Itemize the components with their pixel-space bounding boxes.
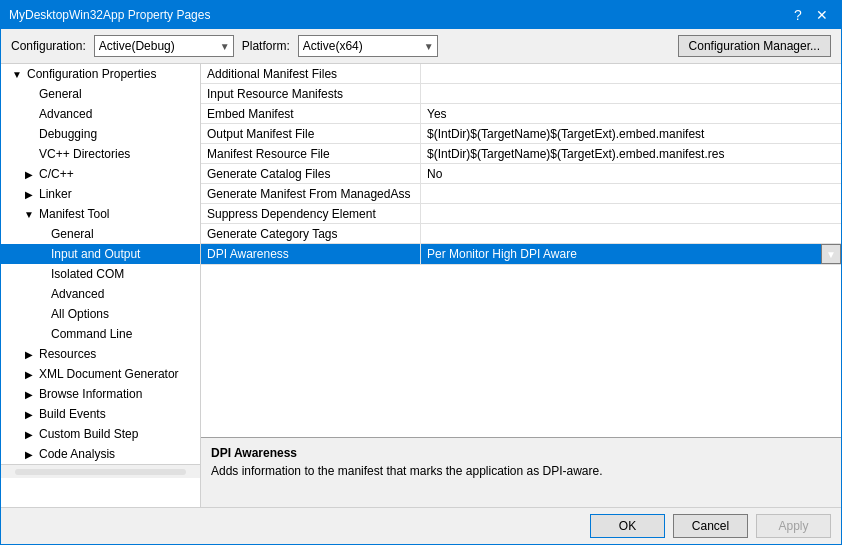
tree-item-advanced[interactable]: Advanced <box>1 104 200 124</box>
tree-label-advanced: Advanced <box>37 107 92 121</box>
tree-item-all-options[interactable]: All Options <box>1 304 200 324</box>
tree-item-custom-build[interactable]: Custom Build Step <box>1 424 200 444</box>
platform-select[interactable]: Active(x64) <box>298 35 438 57</box>
tree-toggle-code-analysis <box>21 446 37 462</box>
config-label: Configuration: <box>11 39 86 53</box>
cancel-button[interactable]: Cancel <box>673 514 748 538</box>
tree-toggle-debugging <box>21 126 37 142</box>
prop-name-dpi-awareness: DPI Awareness <box>201 244 421 264</box>
prop-value-generate-category <box>421 224 841 243</box>
prop-name-generate-catalog: Generate Catalog Files <box>201 164 421 183</box>
tree-toggle-general <box>21 86 37 102</box>
prop-row-manifest-resource[interactable]: Manifest Resource File$(IntDir)$(TargetN… <box>201 144 841 164</box>
prop-row-embed-manifest[interactable]: Embed ManifestYes <box>201 104 841 124</box>
prop-row-output-manifest[interactable]: Output Manifest File$(IntDir)$(TargetNam… <box>201 124 841 144</box>
config-row: Configuration: Active(Debug) ▼ Platform:… <box>1 29 841 64</box>
tree-label-linker: Linker <box>37 187 72 201</box>
prop-name-manifest-resource: Manifest Resource File <box>201 144 421 163</box>
tree-label-xml-doc: XML Document Generator <box>37 367 179 381</box>
tree-label-manifest-tool: Manifest Tool <box>37 207 109 221</box>
tree-label-browse-info: Browse Information <box>37 387 142 401</box>
prop-row-input-resource[interactable]: Input Resource Manifests <box>201 84 841 104</box>
tree-label-input-output: Input and Output <box>49 247 140 261</box>
tree-label-build-events: Build Events <box>37 407 106 421</box>
prop-row-suppress-dep[interactable]: Suppress Dependency Element <box>201 204 841 224</box>
help-button[interactable]: ? <box>787 6 809 24</box>
tree-toggle-build-events <box>21 406 37 422</box>
prop-row-generate-managed[interactable]: Generate Manifest From ManagedAss <box>201 184 841 204</box>
prop-dropdown-dpi-awareness[interactable]: ▼ <box>821 244 841 264</box>
tree-item-command-line[interactable]: Command Line <box>1 324 200 344</box>
prop-name-generate-category: Generate Category Tags <box>201 224 421 243</box>
tree-toggle-input-output <box>33 246 49 262</box>
tree-label-code-analysis: Code Analysis <box>37 447 115 461</box>
horizontal-scrollbar[interactable] <box>1 464 200 478</box>
tree-label-mt-advanced: Advanced <box>49 287 104 301</box>
prop-value-embed-manifest: Yes <box>421 104 841 123</box>
main-content: Configuration PropertiesGeneralAdvancedD… <box>1 64 841 507</box>
prop-row-dpi-awareness[interactable]: DPI AwarenessPer Monitor High DPI Aware▼ <box>201 244 841 265</box>
prop-row-additional-manifest[interactable]: Additional Manifest Files <box>201 64 841 84</box>
props-container: Additional Manifest FilesInput Resource … <box>201 64 841 265</box>
tree-item-code-analysis[interactable]: Code Analysis <box>1 444 200 464</box>
tree-toggle-vc-dirs <box>21 146 37 162</box>
title-bar: MyDesktopWin32App Property Pages ? ✕ <box>1 1 841 29</box>
tree-item-build-events[interactable]: Build Events <box>1 404 200 424</box>
tree-toggle-resources <box>21 346 37 362</box>
title-bar-controls: ? ✕ <box>787 6 833 24</box>
config-select-wrapper: Active(Debug) ▼ <box>94 35 234 57</box>
right-panel: Additional Manifest FilesInput Resource … <box>201 64 841 507</box>
tree-item-general[interactable]: General <box>1 84 200 104</box>
tree-item-config-props[interactable]: Configuration Properties <box>1 64 200 84</box>
tree-item-debugging[interactable]: Debugging <box>1 124 200 144</box>
tree-label-debugging: Debugging <box>37 127 97 141</box>
tree-item-cpp[interactable]: C/C++ <box>1 164 200 184</box>
prop-name-suppress-dep: Suppress Dependency Element <box>201 204 421 223</box>
prop-value-input-resource <box>421 84 841 103</box>
tree-item-input-output[interactable]: Input and Output <box>1 244 200 264</box>
tree-label-cpp: C/C++ <box>37 167 74 181</box>
tree-toggle-linker <box>21 186 37 202</box>
config-select[interactable]: Active(Debug) <box>94 35 234 57</box>
tree-item-xml-doc[interactable]: XML Document Generator <box>1 364 200 384</box>
close-button[interactable]: ✕ <box>811 6 833 24</box>
window-title: MyDesktopWin32App Property Pages <box>9 8 210 22</box>
properties-table: Additional Manifest FilesInput Resource … <box>201 64 841 437</box>
button-row: OK Cancel Apply <box>1 507 841 544</box>
prop-value-generate-catalog: No <box>421 164 841 183</box>
prop-value-manifest-resource: $(IntDir)$(TargetName)$(TargetExt).embed… <box>421 144 841 163</box>
tree-label-general: General <box>37 87 82 101</box>
prop-name-generate-managed: Generate Manifest From ManagedAss <box>201 184 421 203</box>
tree-toggle-cpp <box>21 166 37 182</box>
tree-label-custom-build: Custom Build Step <box>37 427 138 441</box>
tree-label-mt-general: General <box>49 227 94 241</box>
tree-item-isolated-com[interactable]: Isolated COM <box>1 264 200 284</box>
prop-row-generate-catalog[interactable]: Generate Catalog FilesNo <box>201 164 841 184</box>
tree-item-resources[interactable]: Resources <box>1 344 200 364</box>
tree-label-all-options: All Options <box>49 307 109 321</box>
tree-label-vc-dirs: VC++ Directories <box>37 147 130 161</box>
prop-row-generate-category[interactable]: Generate Category Tags <box>201 224 841 244</box>
tree-item-vc-dirs[interactable]: VC++ Directories <box>1 144 200 164</box>
tree-item-manifest-tool[interactable]: Manifest Tool <box>1 204 200 224</box>
tree-item-mt-advanced[interactable]: Advanced <box>1 284 200 304</box>
prop-name-additional-manifest: Additional Manifest Files <box>201 64 421 83</box>
platform-label: Platform: <box>242 39 290 53</box>
tree-toggle-isolated-com <box>33 266 49 282</box>
ok-button[interactable]: OK <box>590 514 665 538</box>
tree-panel: Configuration PropertiesGeneralAdvancedD… <box>1 64 201 507</box>
prop-name-embed-manifest: Embed Manifest <box>201 104 421 123</box>
tree-toggle-advanced <box>21 106 37 122</box>
apply-button[interactable]: Apply <box>756 514 831 538</box>
tree-item-browse-info[interactable]: Browse Information <box>1 384 200 404</box>
tree-item-mt-general[interactable]: General <box>1 224 200 244</box>
tree-container: Configuration PropertiesGeneralAdvancedD… <box>1 64 200 464</box>
tree-label-config-props: Configuration Properties <box>25 67 156 81</box>
tree-item-linker[interactable]: Linker <box>1 184 200 204</box>
config-manager-button[interactable]: Configuration Manager... <box>678 35 831 57</box>
description-panel: DPI Awareness Adds information to the ma… <box>201 437 841 507</box>
scrollbar-track <box>15 469 186 475</box>
tree-toggle-mt-general <box>33 226 49 242</box>
description-title: DPI Awareness <box>211 446 831 460</box>
description-text: Adds information to the manifest that ma… <box>211 464 831 478</box>
